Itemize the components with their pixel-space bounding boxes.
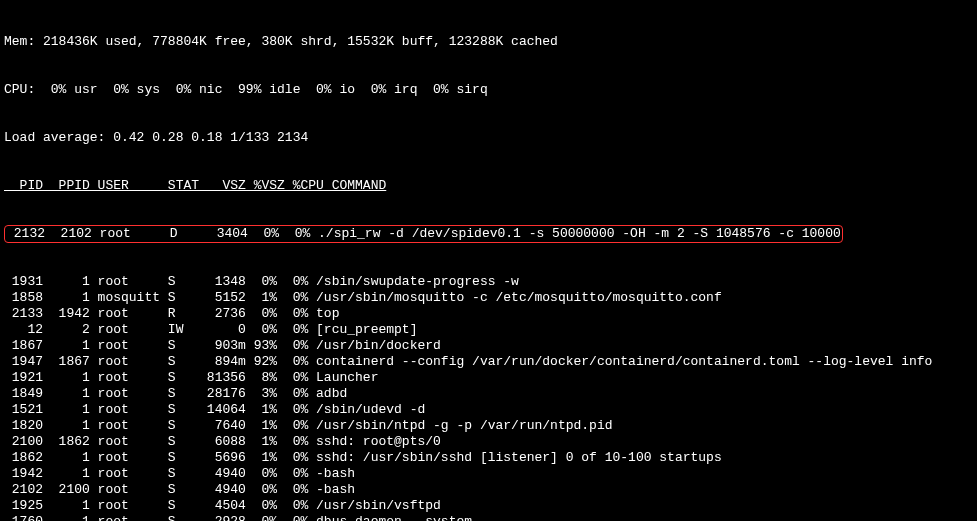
process-rows: 1931 1 root S 1348 0% 0% /sbin/swupdate-… — [4, 274, 973, 521]
process-row: 1760 1 root S 2928 0% 0% dbus-daemon --s… — [4, 514, 973, 521]
highlighted-process-row: 2132 2102 root D 3404 0% 0% ./spi_rw -d … — [4, 226, 973, 242]
terminal-output: Mem: 218436K used, 778804K free, 380K sh… — [0, 0, 977, 521]
process-row: 1867 1 root S 903m 93% 0% /usr/bin/docke… — [4, 338, 973, 354]
process-row: 1921 1 root S 81356 8% 0% Launcher — [4, 370, 973, 386]
process-row: 1947 1867 root S 894m 92% 0% containerd … — [4, 354, 973, 370]
columns-header: PID PPID USER STAT VSZ %VSZ %CPU COMMAND — [4, 178, 973, 194]
process-row: 1858 1 mosquitt S 5152 1% 0% /usr/sbin/m… — [4, 290, 973, 306]
process-row: 1942 1 root S 4940 0% 0% -bash — [4, 466, 973, 482]
process-row: 2100 1862 root S 6088 1% 0% sshd: root@p… — [4, 434, 973, 450]
process-row: 12 2 root IW 0 0% 0% [rcu_preempt] — [4, 322, 973, 338]
cpu-line: CPU: 0% usr 0% sys 0% nic 99% idle 0% io… — [4, 82, 973, 98]
process-row: 1849 1 root S 28176 3% 0% adbd — [4, 386, 973, 402]
process-row: 1820 1 root S 7640 1% 0% /usr/sbin/ntpd … — [4, 418, 973, 434]
process-row: 2133 1942 root R 2736 0% 0% top — [4, 306, 973, 322]
process-row: 2102 2100 root S 4940 0% 0% -bash — [4, 482, 973, 498]
process-row: 1521 1 root S 14064 1% 0% /sbin/udevd -d — [4, 402, 973, 418]
process-row: 1862 1 root S 5696 1% 0% sshd: /usr/sbin… — [4, 450, 973, 466]
process-row: 1931 1 root S 1348 0% 0% /sbin/swupdate-… — [4, 274, 973, 290]
load-line: Load average: 0.42 0.28 0.18 1/133 2134 — [4, 130, 973, 146]
mem-line: Mem: 218436K used, 778804K free, 380K sh… — [4, 34, 973, 50]
process-row: 1925 1 root S 4504 0% 0% /usr/sbin/vsftp… — [4, 498, 973, 514]
